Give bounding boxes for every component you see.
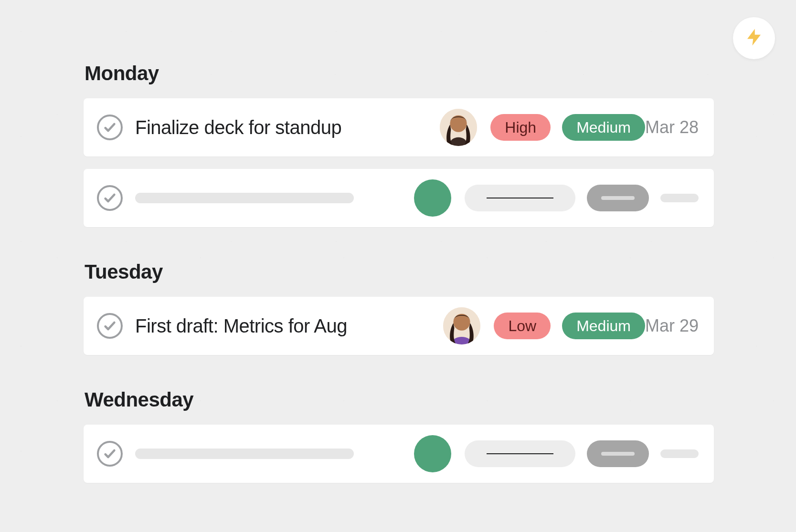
assignee-avatar[interactable] — [440, 109, 477, 146]
effort-pill[interactable]: Medium — [562, 114, 645, 141]
avatar-user-icon — [440, 109, 477, 146]
placeholder-avatar — [414, 435, 451, 472]
check-icon — [103, 191, 117, 205]
placeholder-title — [135, 193, 354, 203]
section-wednesday: Wednesday — [84, 388, 714, 483]
task-row[interactable]: Finalize deck for standup High Medium Ma… — [84, 98, 714, 156]
assignee-avatar[interactable] — [443, 307, 480, 344]
placeholder-pill — [587, 185, 649, 211]
section-title: Monday — [85, 62, 714, 85]
task-row-placeholder[interactable] — [84, 169, 714, 227]
task-title: Finalize deck for standup — [135, 117, 440, 138]
complete-checkbox[interactable] — [97, 185, 123, 211]
check-icon — [103, 447, 117, 460]
placeholder-avatar — [414, 179, 451, 217]
placeholder-pill — [465, 440, 575, 467]
complete-checkbox[interactable] — [97, 115, 123, 140]
task-title: First draft: Metrics for Aug — [135, 315, 443, 337]
complete-checkbox[interactable] — [97, 441, 123, 467]
check-icon — [103, 319, 117, 333]
placeholder-date — [660, 449, 699, 458]
placeholder-pill — [587, 440, 649, 467]
priority-pill[interactable]: High — [490, 114, 551, 141]
avatar-user-icon — [443, 307, 480, 344]
section-tuesday: Tuesday First draft: Metrics for Aug Low — [84, 261, 714, 355]
placeholder-pill — [465, 185, 575, 211]
task-list: Monday Finalize deck for standup High — [84, 62, 714, 516]
due-date: Mar 29 — [645, 316, 699, 336]
due-date: Mar 28 — [645, 117, 699, 137]
section-title: Tuesday — [85, 261, 714, 283]
rules-fab[interactable] — [733, 17, 775, 59]
section-title: Wednesday — [85, 388, 714, 411]
task-row[interactable]: First draft: Metrics for Aug Low Medium … — [84, 297, 714, 355]
svg-point-3 — [454, 314, 470, 331]
section-monday: Monday Finalize deck for standup High — [84, 62, 714, 227]
svg-point-1 — [450, 115, 467, 132]
priority-pill[interactable]: Low — [494, 313, 551, 339]
lightning-icon — [744, 27, 764, 49]
effort-pill[interactable]: Medium — [562, 313, 645, 339]
complete-checkbox[interactable] — [97, 313, 123, 339]
placeholder-title — [135, 449, 354, 459]
task-row-placeholder[interactable] — [84, 425, 714, 483]
placeholder-date — [660, 194, 699, 202]
check-icon — [103, 121, 117, 134]
